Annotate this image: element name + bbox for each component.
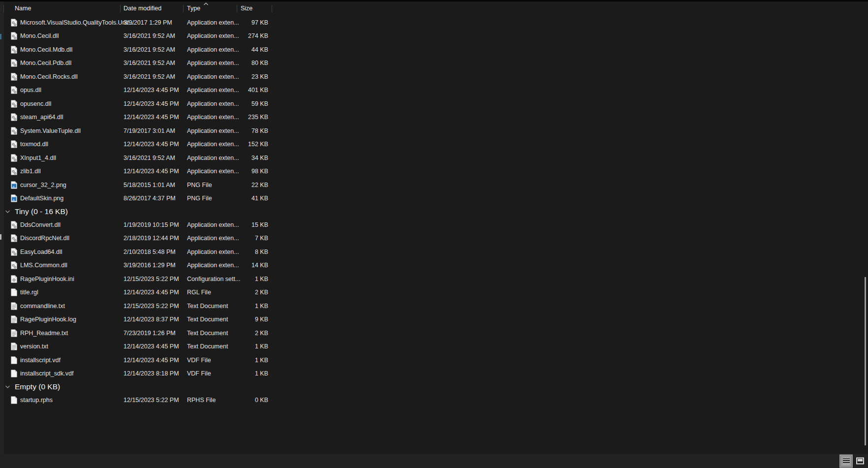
file-explorer-window: { "columns": { "name": "Name", "date_mod… xyxy=(0,0,868,468)
file-name: System.ValueTuple.dll xyxy=(20,124,81,138)
column-divider[interactable] xyxy=(183,5,184,12)
file-type: PNG File xyxy=(187,178,212,192)
file-name: startup.rphs xyxy=(20,393,53,407)
file-row[interactable]: DiscordRpcNet.dll2/18/2019 12:44 PMAppli… xyxy=(0,232,868,246)
file-row[interactable]: Mono.Cecil.Mdb.dll3/16/2021 9:52 AMAppli… xyxy=(0,43,868,57)
file-name: XInput1_4.dll xyxy=(20,151,56,165)
dll-file-icon xyxy=(10,32,18,40)
file-row[interactable]: opus.dll12/14/2023 4:45 PMApplication ex… xyxy=(0,84,868,97)
dll-file-icon xyxy=(10,154,18,162)
dll-file-icon xyxy=(10,140,18,148)
file-type: Text Document xyxy=(187,326,228,340)
file-type: RGL File xyxy=(187,286,211,300)
file-row[interactable]: Microsoft.VisualStudio.QualityTools.Unit… xyxy=(0,16,868,30)
column-divider[interactable] xyxy=(237,5,237,12)
file-type: VDF File xyxy=(187,367,211,381)
column-header-size[interactable]: Size xyxy=(241,1,252,15)
file-row[interactable]: startup.rphs12/15/2023 5:22 PMRPHS File0… xyxy=(0,393,868,407)
file-name: opus.dll xyxy=(20,84,41,97)
file-name: Mono.Cecil.Mdb.dll xyxy=(20,43,72,57)
text-file-icon xyxy=(10,315,18,323)
file-date-modified: 3/19/2016 1:29 PM xyxy=(124,259,176,273)
image-file-icon xyxy=(10,181,18,189)
group-header[interactable]: Tiny (0 - 16 KB) xyxy=(0,205,868,218)
dll-file-icon xyxy=(10,127,18,135)
chevron-down-icon[interactable] xyxy=(4,384,11,390)
config-file-icon xyxy=(10,275,18,283)
file-date-modified: 2/18/2019 12:44 PM xyxy=(124,232,179,246)
file-name: toxmod.dll xyxy=(20,138,48,152)
column-divider[interactable] xyxy=(272,5,272,12)
file-size: 1 KB xyxy=(224,272,268,286)
file-name: steam_api64.dll xyxy=(20,111,63,125)
column-header-name[interactable]: Name xyxy=(15,1,31,15)
group-header[interactable]: Empty (0 KB) xyxy=(0,380,868,393)
file-type: Text Document xyxy=(187,299,228,313)
thumbnails-view-icon xyxy=(856,458,864,465)
file-row[interactable]: version.txt12/14/2023 4:45 PMText Docume… xyxy=(0,340,868,354)
dll-file-icon xyxy=(10,261,18,269)
file-size: 59 KB xyxy=(224,97,268,111)
generic-file-icon xyxy=(10,356,18,364)
file-row[interactable]: toxmod.dll12/14/2023 4:45 PMApplication … xyxy=(0,138,868,152)
file-row[interactable]: DefaultSkin.png8/26/2017 4:37 PMPNG File… xyxy=(0,192,868,206)
file-size: 80 KB xyxy=(224,57,268,70)
file-size: 14 KB xyxy=(224,259,268,273)
file-row[interactable]: Mono.Cecil.Pdb.dll3/16/2021 9:52 AMAppli… xyxy=(0,57,868,70)
file-row[interactable]: installscript_sdk.vdf12/14/2023 8:18 PMV… xyxy=(0,367,868,381)
column-header-type[interactable]: Type xyxy=(187,1,200,15)
file-row[interactable]: EasyLoad64.dll2/10/2018 5:48 PMApplicati… xyxy=(0,245,868,259)
file-size: 152 KB xyxy=(224,138,268,152)
file-row[interactable]: installscript.vdf12/14/2023 4:45 PMVDF F… xyxy=(0,353,868,367)
file-size: 1 KB xyxy=(224,340,268,354)
file-row[interactable]: zlib1.dll12/14/2023 4:45 PMApplication e… xyxy=(0,165,868,179)
generic-file-icon xyxy=(10,370,18,377)
file-row[interactable]: title.rgl12/14/2023 4:45 PMRGL File2 KB xyxy=(0,286,868,300)
file-date-modified: 1/19/2019 10:15 PM xyxy=(124,218,179,232)
file-row[interactable]: RagePluginHook.ini12/15/2023 5:22 PMConf… xyxy=(0,272,868,286)
dll-file-icon xyxy=(10,248,18,256)
file-date-modified: 12/15/2023 5:22 PM xyxy=(124,272,179,286)
column-header-date-modified[interactable]: Date modified xyxy=(124,1,161,15)
file-name: RagePluginHook.ini xyxy=(20,272,74,286)
column-divider[interactable] xyxy=(120,5,121,12)
text-file-icon xyxy=(10,343,18,350)
file-date-modified: 2/10/2018 5:48 PM xyxy=(124,245,176,259)
file-row[interactable]: DdsConvert.dll1/19/2019 10:15 PMApplicat… xyxy=(0,218,868,232)
file-name: cursor_32_2.png xyxy=(20,178,66,192)
file-name: zlib1.dll xyxy=(20,165,41,179)
file-date-modified: 12/14/2023 4:45 PM xyxy=(124,84,179,97)
file-date-modified: 12/14/2023 4:45 PM xyxy=(124,165,179,179)
file-row[interactable]: commandline.txt12/15/2023 5:22 PMText Do… xyxy=(0,299,868,313)
file-date-modified: 3/9/2017 1:29 PM xyxy=(124,16,172,30)
file-date-modified: 3/16/2021 9:52 AM xyxy=(124,70,175,84)
thumbnails-view-button[interactable] xyxy=(854,455,866,467)
file-date-modified: 7/23/2019 1:26 PM xyxy=(124,326,176,340)
file-size: 1 KB xyxy=(224,299,268,313)
dll-file-icon xyxy=(10,167,18,175)
dll-file-icon xyxy=(10,19,18,27)
file-row[interactable]: steam_api64.dll12/14/2023 4:45 PMApplica… xyxy=(0,111,868,125)
sort-ascending-icon xyxy=(203,2,209,6)
file-row[interactable]: RagePluginHook.log12/14/2023 8:37 PMText… xyxy=(0,313,868,327)
details-view-button[interactable] xyxy=(840,455,852,467)
file-name: RagePluginHook.log xyxy=(20,313,76,327)
file-row[interactable]: RPH_Readme.txt7/23/2019 1:26 PMText Docu… xyxy=(0,326,868,340)
file-row[interactable]: Mono.Cecil.Rocks.dll3/16/2021 9:52 AMApp… xyxy=(0,70,868,84)
text-file-icon xyxy=(10,302,18,310)
file-row[interactable]: opusenc.dll12/14/2023 4:45 PMApplication… xyxy=(0,97,868,111)
file-size: 2 KB xyxy=(224,326,268,340)
file-name: version.txt xyxy=(20,340,48,354)
file-row[interactable]: System.ValueTuple.dll7/19/2017 3:01 AMAp… xyxy=(0,124,868,138)
file-row[interactable]: Mono.Cecil.dll3/16/2021 9:52 AMApplicati… xyxy=(0,30,868,43)
file-name: LMS.Common.dll xyxy=(20,259,67,273)
chevron-down-icon[interactable] xyxy=(4,209,11,215)
file-name: Mono.Cecil.Pdb.dll xyxy=(20,57,71,70)
column-divider xyxy=(3,5,4,12)
file-row[interactable]: cursor_32_2.png5/18/2015 1:01 AMPNG File… xyxy=(0,178,868,192)
file-row[interactable]: XInput1_4.dll3/16/2021 9:52 AMApplicatio… xyxy=(0,151,868,165)
vertical-scrollbar-thumb[interactable] xyxy=(865,277,866,445)
file-size: 1 KB xyxy=(224,367,268,381)
file-row[interactable]: LMS.Common.dll3/19/2016 1:29 PMApplicati… xyxy=(0,259,868,273)
dll-file-icon xyxy=(10,234,18,242)
